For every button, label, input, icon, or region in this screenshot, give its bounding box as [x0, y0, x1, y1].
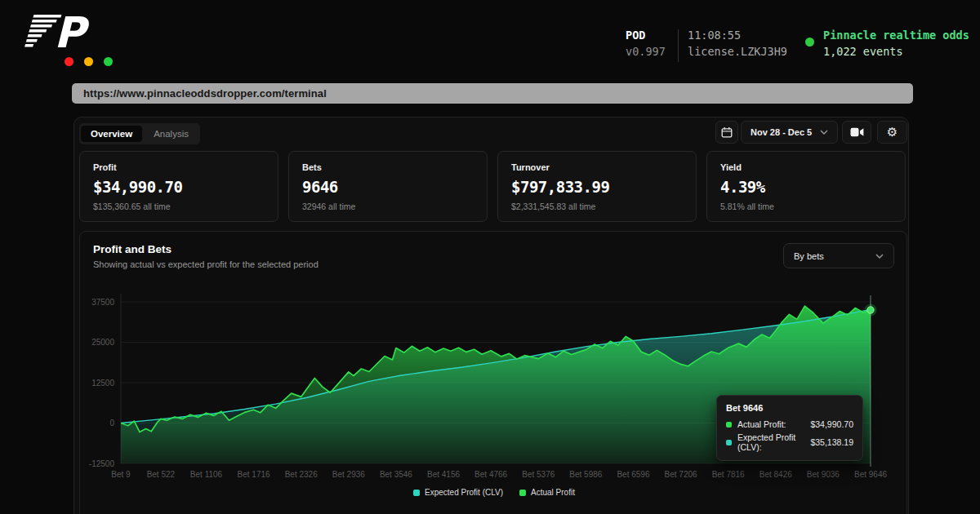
stat-label: Turnover	[511, 162, 683, 172]
video-camera-icon	[850, 127, 864, 137]
stat-card-yield: Yield 4.39% 5.81% all time	[706, 151, 906, 222]
tooltip-label: Expected Profit (CLV):	[737, 432, 810, 452]
x-tick-label: Bet 4766	[474, 470, 507, 479]
view-tabs: Overview Analysis	[79, 123, 200, 144]
session-block: 11:08:55 license.LZKJ3H9	[688, 27, 787, 60]
tooltip-row-expected: Expected Profit (CLV): $35,138.19	[726, 432, 853, 452]
stat-label: Bets	[302, 162, 474, 172]
profit-chart-panel: Profit and Bets Showing actual vs expect…	[79, 231, 907, 514]
green-dot-icon	[104, 57, 113, 66]
legend-item-actual: Actual Profit	[519, 488, 575, 497]
settings-button[interactable]: ⚙	[877, 121, 907, 144]
stat-card-bets: Bets 9646 32946 all time	[288, 151, 488, 222]
x-tick-label: Bet 4156	[427, 470, 460, 479]
y-tick-label: -12500	[89, 459, 115, 468]
x-tick-label: Bet 8426	[760, 470, 792, 479]
date-range-label: Nov 28 - Dec 5	[751, 127, 812, 137]
address-bar[interactable]: https://www.pinnacleoddsdropper.com/term…	[72, 83, 913, 104]
stat-alltime: $135,360.65 all time	[93, 202, 265, 211]
x-tick-label: Bet 522	[147, 470, 176, 479]
status-line1: Pinnacle realtime odds	[823, 27, 969, 43]
stat-label: Yield	[720, 162, 892, 172]
x-tick-label: Bet 7206	[665, 470, 697, 479]
tooltip-title: Bet 9646	[726, 403, 853, 413]
x-tick-label: Bet 5376	[522, 470, 555, 479]
realtime-status-block: Pinnacle realtime odds 1,022 events	[823, 27, 969, 60]
stat-label: Profit	[93, 162, 265, 172]
stat-alltime: 5.81% all time	[720, 202, 892, 211]
x-tick-label: Bet 1716	[238, 470, 270, 479]
date-range-button[interactable]: Nov 28 - Dec 5	[741, 121, 838, 144]
chart-legend: Expected Profit (CLV) Actual Profit	[80, 488, 908, 497]
status-line2: 1,022 events	[823, 43, 969, 60]
x-tick-label: Bet 9646	[854, 470, 887, 479]
tooltip-value: $34,990.70	[810, 419, 853, 429]
y-tick-label: 25000	[91, 338, 114, 347]
gear-icon: ⚙	[887, 125, 898, 140]
realtime-status-icon	[805, 38, 814, 47]
tab-analysis[interactable]: Analysis	[144, 126, 198, 142]
x-tick-label: Bet 3546	[380, 470, 412, 479]
yellow-dot-icon	[84, 57, 93, 66]
app-name: POD	[626, 27, 666, 43]
actual-profit-swatch-icon	[726, 422, 732, 428]
red-dot-icon	[65, 57, 74, 66]
stat-value: $34,990.70	[93, 178, 265, 196]
stat-value: 4.39%	[720, 178, 892, 196]
legend-item-expected: Expected Profit (CLV)	[413, 488, 503, 497]
chart-tooltip: Bet 9646 Actual Profit: $34,990.70 Expec…	[716, 395, 863, 461]
calendar-icon	[721, 126, 733, 138]
legend-label: Expected Profit (CLV)	[425, 488, 503, 497]
pod-logo: P	[15, 10, 96, 54]
x-tick-label: Bet 9036	[807, 470, 840, 479]
x-tick-label: Bet 2936	[332, 470, 365, 479]
y-tick-label: 37500	[91, 298, 114, 307]
tooltip-label: Actual Profit:	[737, 419, 810, 429]
logo-letter: P	[54, 10, 90, 54]
chevron-down-icon	[820, 130, 828, 135]
actual-profit-swatch-icon	[519, 490, 526, 496]
x-tick-label: Bet 9	[111, 470, 131, 479]
profit-chart[interactable]: 3750025000125000-12500Bet 9Bet 522Bet 11…	[80, 232, 908, 514]
clock: 11:08:55	[688, 27, 787, 43]
tooltip-row-actual: Actual Profit: $34,990.70	[726, 419, 853, 429]
end-dot	[867, 307, 874, 313]
app-id-block: POD v0.997	[626, 27, 666, 60]
app-version: v0.997	[626, 43, 666, 60]
x-tick-label: Bet 2326	[285, 470, 318, 479]
tab-overview[interactable]: Overview	[81, 126, 142, 142]
calendar-button[interactable]	[715, 121, 738, 144]
y-tick-label: 0	[109, 419, 114, 428]
x-tick-label: Bet 5986	[569, 470, 602, 479]
y-tick-label: 12500	[91, 379, 114, 388]
license: license.LZKJ3H9	[688, 43, 787, 60]
x-tick-label: Bet 1106	[190, 470, 223, 479]
recording-button[interactable]	[842, 121, 871, 144]
stat-card-turnover: Turnover $797,833.99 $2,331,545.83 all t…	[497, 151, 697, 222]
expected-profit-swatch-icon	[413, 490, 420, 496]
stat-card-profit: Profit $34,990.70 $135,360.65 all time	[79, 151, 278, 222]
stat-alltime: $2,331,545.83 all time	[511, 202, 683, 211]
traffic-lights	[65, 57, 113, 66]
stat-alltime: 32946 all time	[302, 202, 474, 211]
stat-value: 9646	[302, 178, 474, 196]
url-text: https://www.pinnacleoddsdropper.com/term…	[83, 87, 327, 100]
divider	[678, 29, 679, 62]
expected-profit-swatch-icon	[726, 440, 732, 445]
x-tick-label: Bet 7816	[712, 470, 745, 479]
stat-value: $797,833.99	[511, 178, 683, 196]
x-tick-label: Bet 6596	[617, 470, 649, 479]
legend-label: Actual Profit	[531, 488, 575, 497]
tooltip-value: $35,138.19	[810, 437, 853, 447]
